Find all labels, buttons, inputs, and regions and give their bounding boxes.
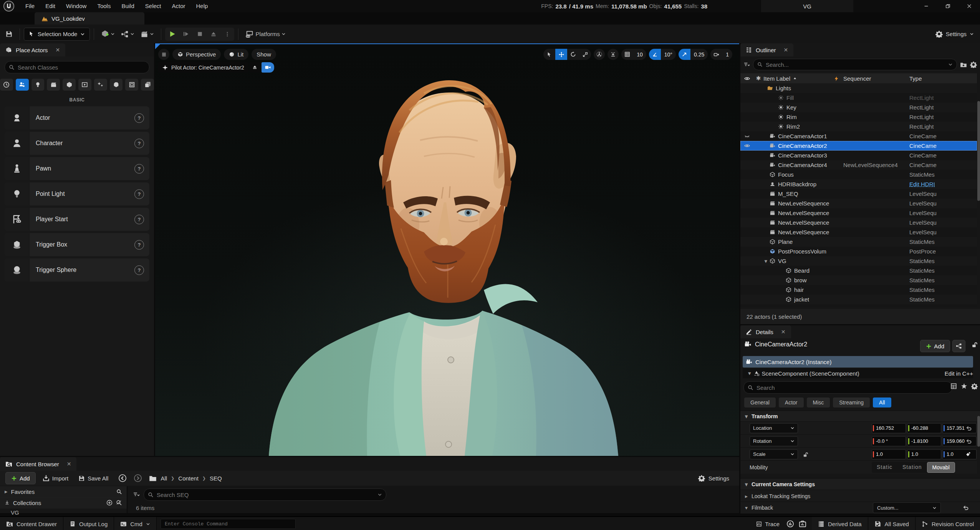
outliner-row-lights[interactable]: Lights (740, 83, 977, 93)
outliner-row-cinecameraactor3[interactable]: CineCameraActor3CineCame (740, 151, 977, 160)
selection-mode-dropdown[interactable]: Selection Mode (24, 28, 90, 41)
category-volumes-icon[interactable] (125, 79, 138, 91)
scale-tool-button[interactable] (579, 49, 591, 60)
collections-row[interactable]: Collections (0, 497, 127, 508)
filter-chip-misc[interactable]: Misc (807, 398, 830, 407)
content-drawer-button[interactable]: Content Drawer (0, 517, 63, 530)
item-label-column-header[interactable]: Item Label (763, 75, 797, 82)
cinematics-button[interactable] (137, 30, 157, 38)
filmback-preset-dropdown[interactable]: Custom... (873, 502, 941, 513)
outliner-row-hdribackdrop[interactable]: HDRIBackdropEdit HDRI (740, 179, 977, 189)
outliner-row-cinecameraactor4[interactable]: CineCameraActor4NewLevelSequence4CineCam… (740, 160, 977, 170)
menu-actor[interactable]: Actor (166, 0, 190, 12)
search-collections-icon[interactable] (116, 500, 122, 506)
show-dropdown[interactable]: Show (252, 49, 276, 60)
save-all-button[interactable]: Save All (75, 475, 111, 482)
scale-snap-value[interactable]: 0.25 (690, 51, 708, 58)
all-saved-indicator[interactable]: All Saved (868, 517, 915, 530)
category-geometry-icon[interactable] (110, 79, 123, 91)
category-lights-icon[interactable] (31, 79, 45, 91)
rotation-dropdown[interactable]: Rotation (750, 436, 798, 446)
back-button[interactable] (115, 474, 130, 482)
collections-item[interactable]: VG (0, 508, 127, 515)
close-button[interactable] (958, 0, 980, 12)
trace-button[interactable]: Trace (752, 521, 784, 527)
place-actor-item-character[interactable]: Character? (5, 132, 149, 155)
level-tab[interactable]: VG_Lookdev (35, 12, 144, 25)
menu-build[interactable]: Build (116, 0, 139, 12)
help-icon[interactable]: ? (134, 113, 144, 123)
place-actor-item-player-start[interactable]: Player Start? (5, 208, 149, 231)
outliner-row-vg[interactable]: ▾VGStaticMes (740, 256, 977, 266)
undo-icon[interactable] (963, 505, 968, 511)
display-options-icon[interactable] (950, 383, 957, 389)
help-icon[interactable]: ? (134, 215, 144, 224)
filter-icon[interactable] (743, 62, 750, 68)
details-settings-gear-icon[interactable] (971, 383, 978, 389)
reset-to-default-icon[interactable] (966, 425, 972, 432)
rotation-x-field[interactable]: -0.0 ° (872, 436, 906, 446)
add-actor-button[interactable] (98, 30, 118, 38)
outliner-row-focus[interactable]: FocusStaticMes (740, 170, 977, 179)
mobility-static[interactable]: Static (872, 462, 897, 472)
mobility-station[interactable]: Station (897, 462, 927, 472)
blueprints-button[interactable] (118, 30, 137, 38)
category-media-icon[interactable] (78, 79, 91, 91)
output-log-button[interactable]: Output Log (63, 517, 114, 530)
lookat-tracking-row[interactable]: ▸ Lookat Tracking Settings (740, 490, 980, 502)
filter-chip-streaming[interactable]: Streaming (833, 398, 870, 407)
insights-session-icon[interactable] (784, 520, 796, 528)
outliner-row-newlevelsequence[interactable]: NewLevelSequenceLevelSequ (740, 199, 977, 208)
restore-button[interactable] (937, 0, 958, 12)
add-component-button[interactable]: Add (920, 340, 950, 352)
scale-x-field[interactable]: 1.0 (872, 449, 906, 459)
outliner-row-rim2[interactable]: Rim2RectLight (740, 122, 977, 131)
outliner-settings-gear-icon[interactable] (970, 61, 977, 68)
place-actor-item-trigger-sphere[interactable]: Trigger Sphere? (5, 258, 149, 282)
category-recent-icon[interactable] (0, 79, 13, 91)
content-browser-tab[interactable]: Content Browser ✕ (0, 457, 76, 471)
close-icon[interactable]: ✕ (784, 47, 788, 53)
grid-snap-icon[interactable] (621, 49, 633, 60)
help-icon[interactable]: ? (134, 164, 144, 174)
outliner-row-postprocessvolum[interactable]: PostProcessVolumPostProce (740, 247, 977, 256)
derived-data-button[interactable]: Derived Data (812, 517, 868, 530)
menu-edit[interactable]: Edit (40, 0, 61, 12)
surface-snapping-button[interactable] (608, 49, 619, 60)
viewport[interactable]: Perspective Lit Show Pilot Actor: CineCa… (155, 43, 739, 457)
filter-chip-actor[interactable]: Actor (779, 398, 804, 407)
save-icon[interactable] (2, 30, 16, 38)
mobility-movabl[interactable]: Movabl (927, 462, 955, 473)
details-scrollbar[interactable] (977, 416, 980, 447)
filmback-row[interactable]: ▾ Filmback Custom... (740, 502, 980, 513)
pilot-camera-view-button[interactable] (262, 62, 274, 73)
edit-blueprint-button[interactable] (952, 340, 965, 352)
import-button[interactable]: Import (40, 475, 72, 482)
scale-dropdown[interactable]: Scale (750, 449, 798, 459)
outliner-row-jacket[interactable]: jacketStaticMes (740, 295, 977, 304)
minimize-button[interactable] (915, 0, 937, 12)
lit-dropdown[interactable]: Lit (224, 49, 248, 60)
viewport-menu-button[interactable] (158, 49, 169, 60)
outliner-row-cinecameraactor2[interactable]: CineCameraActor2CineCame (740, 141, 977, 151)
menu-help[interactable]: Help (191, 0, 214, 12)
camera-speed-icon[interactable] (710, 49, 722, 60)
content-settings-dropdown[interactable]: Settings (698, 475, 729, 482)
outliner-row-newlevelsequence[interactable]: NewLevelSequenceLevelSequ (740, 218, 977, 227)
outliner-type-value[interactable]: Edit HDRI (909, 181, 976, 187)
content-search-input[interactable]: Search SEQ (144, 489, 386, 501)
reset-to-default-icon[interactable] (966, 438, 972, 445)
menu-tools[interactable]: Tools (92, 0, 116, 12)
outliner-row-cinecameraactor1[interactable]: CineCameraActor1CineCame (740, 131, 977, 141)
outliner-row-m_seq[interactable]: M_SEQLevelSequ (740, 189, 977, 199)
close-icon[interactable]: ✕ (781, 329, 786, 335)
place-actor-item-trigger-box[interactable]: Trigger Box? (5, 233, 149, 256)
content-add-button[interactable]: Add (5, 472, 36, 484)
breadcrumb-content[interactable]: Content (178, 475, 199, 482)
category-all-icon[interactable] (141, 79, 154, 91)
frame-skip-button[interactable] (179, 28, 193, 41)
keyframe-icon[interactable] (965, 450, 972, 458)
grid-snap-value[interactable]: 10 (633, 51, 646, 58)
outliner-row-key[interactable]: KeyRectLight (740, 103, 977, 112)
menu-window[interactable]: Window (61, 0, 92, 12)
